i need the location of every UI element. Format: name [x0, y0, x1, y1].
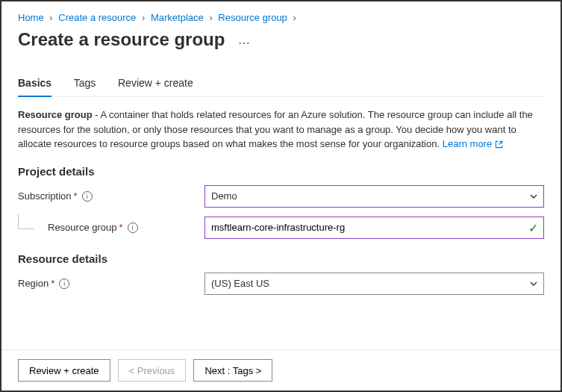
- previous-button: < Previous: [118, 359, 187, 382]
- required-indicator: *: [119, 222, 123, 233]
- description-bold: Resource group: [18, 109, 93, 120]
- review-create-button[interactable]: Review + create: [18, 359, 110, 382]
- breadcrumb-create-resource[interactable]: Create a resource: [58, 12, 136, 23]
- section-resource-details: Resource details: [18, 252, 544, 265]
- checkmark-icon: ✓: [528, 220, 538, 234]
- chevron-right-icon: ›: [209, 12, 212, 23]
- tab-tags[interactable]: Tags: [74, 71, 96, 96]
- chevron-right-icon: ›: [293, 12, 296, 23]
- description: Resource group - A container that holds …: [18, 108, 544, 152]
- chevron-right-icon: ›: [142, 12, 145, 23]
- region-label: Region: [18, 278, 49, 289]
- tab-basics[interactable]: Basics: [18, 71, 51, 96]
- more-actions-button[interactable]: ⋯: [238, 37, 251, 49]
- subscription-label: Subscription: [18, 190, 72, 202]
- external-link-icon: [495, 140, 503, 149]
- required-indicator: *: [51, 278, 54, 289]
- learn-more-link[interactable]: Learn more: [443, 138, 503, 149]
- section-project-details: Project details: [18, 165, 544, 178]
- indent-connector: [18, 214, 34, 229]
- page-title: Create a resource group: [18, 29, 225, 50]
- subscription-select[interactable]: Demo: [204, 185, 544, 208]
- breadcrumb: Home › Create a resource › Marketplace ›…: [18, 12, 544, 23]
- chevron-right-icon: ›: [49, 12, 52, 23]
- next-tags-button[interactable]: Next : Tags >: [193, 359, 272, 382]
- resource-group-label: Resource group: [48, 222, 117, 233]
- tabs: Basics Tags Review + create: [18, 71, 544, 97]
- info-icon[interactable]: i: [59, 279, 69, 289]
- breadcrumb-resource-group[interactable]: Resource group: [218, 12, 287, 23]
- breadcrumb-marketplace[interactable]: Marketplace: [151, 12, 204, 23]
- tab-review-create[interactable]: Review + create: [118, 71, 193, 96]
- footer: Review + create < Previous Next : Tags >: [1, 349, 561, 391]
- info-icon[interactable]: i: [128, 223, 138, 233]
- resource-group-input[interactable]: [204, 217, 544, 239]
- region-select[interactable]: (US) East US: [204, 273, 544, 295]
- breadcrumb-home[interactable]: Home: [18, 12, 44, 23]
- required-indicator: *: [74, 190, 78, 202]
- info-icon[interactable]: i: [82, 191, 93, 202]
